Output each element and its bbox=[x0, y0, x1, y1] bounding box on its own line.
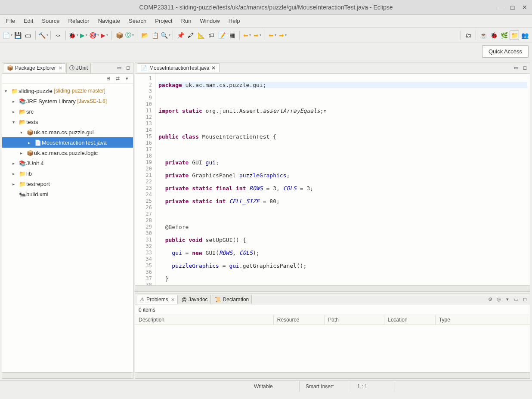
collapse-icon[interactable]: ▾ bbox=[5, 89, 11, 93]
build-icon[interactable]: 🔨 bbox=[38, 31, 48, 40]
mark-icon[interactable]: 🏷 bbox=[207, 31, 216, 40]
coverage-icon[interactable]: 🎯 bbox=[89, 31, 99, 40]
minimize-button[interactable]: — bbox=[497, 3, 504, 11]
tree-node-project[interactable]: ▾ 📁 sliding-puzzle [sliding-puzzle maste… bbox=[2, 86, 133, 96]
previous-annotation-icon[interactable]: ⬅ bbox=[242, 31, 252, 40]
tree-node-tests[interactable]: ▾ 📂 tests bbox=[2, 117, 133, 127]
close-icon[interactable]: ✕ bbox=[171, 297, 175, 303]
open-task-icon[interactable]: 📋 bbox=[150, 31, 160, 40]
menu-navigate[interactable]: Navigate bbox=[94, 16, 124, 26]
tree-node-jre[interactable]: ▸ 📚 JRE System Library [JavaSE-1.8] bbox=[2, 96, 133, 106]
run-icon[interactable]: ▶ bbox=[79, 31, 88, 40]
expand-icon[interactable]: ▸ bbox=[12, 161, 19, 166]
java-perspective-icon[interactable]: ☕ bbox=[479, 31, 488, 40]
save-icon[interactable]: 💾 bbox=[13, 31, 22, 40]
tab-problems[interactable]: ⚠ Problems ✕ bbox=[137, 295, 178, 304]
collapse-all-icon[interactable]: ⊟ bbox=[105, 75, 111, 82]
view-menu-icon[interactable]: ▾ bbox=[504, 296, 511, 303]
menu-edit[interactable]: Edit bbox=[19, 16, 37, 26]
open-type-icon[interactable]: 📂 bbox=[140, 31, 149, 40]
expand-icon[interactable]: ▸ bbox=[28, 140, 34, 145]
close-button[interactable]: ✕ bbox=[521, 3, 529, 11]
minimize-view-icon[interactable]: ▭ bbox=[116, 65, 123, 71]
tree-node-junit4[interactable]: ▸ 📚 JUnit 4 bbox=[2, 158, 133, 168]
close-icon[interactable]: ✕ bbox=[211, 65, 216, 71]
tree-node-lib[interactable]: ▸ 📁 lib bbox=[2, 168, 133, 179]
team-perspective-icon[interactable]: 👥 bbox=[520, 31, 529, 40]
back-icon[interactable]: ⬅ bbox=[268, 31, 277, 40]
skip-breakpoints-icon[interactable]: ⤼ bbox=[53, 31, 63, 40]
menu-file[interactable]: File bbox=[2, 16, 19, 26]
menu-help[interactable]: Help bbox=[224, 16, 244, 26]
tab-javadoc[interactable]: @ Javadoc bbox=[179, 295, 211, 304]
maximize-button[interactable]: ◻ bbox=[509, 3, 517, 11]
menu-source[interactable]: Source bbox=[37, 16, 64, 26]
separator bbox=[65, 31, 66, 40]
annotate-icon[interactable]: 📌 bbox=[176, 31, 185, 40]
tree-node-buildxml[interactable]: 🐜 build.xml bbox=[2, 189, 133, 199]
tree-node-testreport[interactable]: ▸ 📁 testreport bbox=[2, 179, 133, 189]
menu-window[interactable]: Window bbox=[196, 16, 224, 26]
tree-node-package-gui[interactable]: ▾ 📦 uk.ac.man.cs.puzzle.gui bbox=[2, 127, 133, 137]
save-all-icon[interactable]: 🗃 bbox=[23, 31, 33, 40]
link-editor-icon[interactable]: ⇄ bbox=[114, 75, 121, 82]
problems-table-body[interactable] bbox=[135, 325, 530, 372]
tree-node-file-selected[interactable]: ▸ 📄 MouseInteractionTest.java bbox=[2, 137, 133, 148]
expand-icon[interactable]: ▸ bbox=[12, 182, 19, 186]
expand-icon[interactable]: ▸ bbox=[20, 151, 26, 155]
new-package-icon[interactable]: 📦 bbox=[114, 31, 124, 40]
maximize-view-icon[interactable]: ◻ bbox=[124, 65, 131, 71]
col-resource[interactable]: Resource bbox=[274, 315, 325, 325]
menu-search[interactable]: Search bbox=[124, 16, 151, 26]
highlight-icon[interactable]: 🖍 bbox=[186, 31, 195, 40]
col-location[interactable]: Location bbox=[384, 315, 436, 325]
new-icon[interactable]: 📄 bbox=[3, 31, 12, 40]
tab-declaration[interactable]: 📜 Declaration bbox=[212, 295, 252, 304]
expand-icon[interactable]: ▸ bbox=[12, 99, 19, 104]
quick-access-button[interactable]: Quick Access bbox=[482, 45, 529, 58]
menu-run[interactable]: Run bbox=[177, 16, 196, 26]
expand-icon[interactable]: ▸ bbox=[12, 171, 19, 176]
col-type[interactable]: Type bbox=[436, 315, 530, 325]
minimize-view-icon[interactable]: ▭ bbox=[513, 296, 520, 303]
view-menu-icon[interactable]: ▾ bbox=[124, 75, 130, 82]
editor-tab[interactable]: 📄 MouseInteractionTest.java ✕ bbox=[137, 63, 220, 72]
filter-icon[interactable]: ⚙ bbox=[487, 296, 494, 303]
debug-perspective-icon[interactable]: 🐞 bbox=[489, 31, 498, 40]
tree-node-src[interactable]: ▸ 📂 src bbox=[2, 106, 133, 117]
tree-node-package-logic[interactable]: ▸ 📦 uk.ac.man.cs.puzzle.logic bbox=[2, 148, 133, 158]
menu-project[interactable]: Project bbox=[151, 16, 176, 26]
new-class-icon[interactable]: Ⓒ bbox=[125, 31, 134, 40]
run-last-icon[interactable]: ▶ bbox=[99, 31, 109, 40]
close-icon[interactable]: ✕ bbox=[59, 65, 62, 71]
minimize-view-icon[interactable]: ▭ bbox=[513, 65, 520, 71]
code-editor[interactable]: 1 2 3 9 10 11 12 13 14 15 16 17 18 19 20… bbox=[135, 74, 530, 285]
horizontal-scrollbar[interactable] bbox=[135, 372, 530, 378]
debug-icon[interactable]: 🐞 bbox=[68, 31, 78, 40]
menu-refactor[interactable]: Refactor bbox=[64, 16, 94, 26]
code-content[interactable]: package uk.ac.man.cs.puzzle.gui; import … bbox=[156, 74, 530, 285]
tab-package-explorer[interactable]: 📦 Package Explorer ✕ bbox=[4, 63, 65, 72]
perspective-icon[interactable]: 🗂 bbox=[464, 31, 473, 40]
grid-icon[interactable]: ▦ bbox=[227, 31, 237, 40]
forward-icon[interactable]: ➡ bbox=[278, 31, 288, 40]
resource-perspective-icon[interactable]: 📁 bbox=[510, 31, 519, 40]
collapse-icon[interactable]: ▾ bbox=[12, 120, 19, 124]
col-description[interactable]: Description bbox=[135, 315, 274, 325]
search-icon[interactable]: 🔍 bbox=[161, 31, 170, 40]
task-icon[interactable]: 📝 bbox=[217, 31, 226, 40]
col-path[interactable]: Path bbox=[325, 315, 384, 325]
next-annotation-icon[interactable]: ➡ bbox=[253, 31, 262, 40]
collapse-icon[interactable]: ▾ bbox=[20, 130, 26, 135]
maximize-view-icon[interactable]: ◻ bbox=[521, 296, 528, 303]
horizontal-scrollbar[interactable] bbox=[2, 372, 133, 378]
horizontal-scrollbar[interactable] bbox=[135, 285, 530, 291]
format-icon[interactable]: 📐 bbox=[196, 31, 206, 40]
tab-junit[interactable]: Ⓙ JUnit bbox=[66, 63, 91, 73]
git-perspective-icon[interactable]: 🌿 bbox=[499, 31, 509, 40]
expand-icon[interactable]: ▸ bbox=[12, 109, 19, 114]
package-tree[interactable]: ▾ 📁 sliding-puzzle [sliding-puzzle maste… bbox=[2, 84, 133, 372]
focus-icon[interactable]: ◎ bbox=[495, 296, 502, 303]
ant-file-icon: 🐜 bbox=[19, 191, 26, 198]
maximize-view-icon[interactable]: ◻ bbox=[521, 65, 528, 71]
